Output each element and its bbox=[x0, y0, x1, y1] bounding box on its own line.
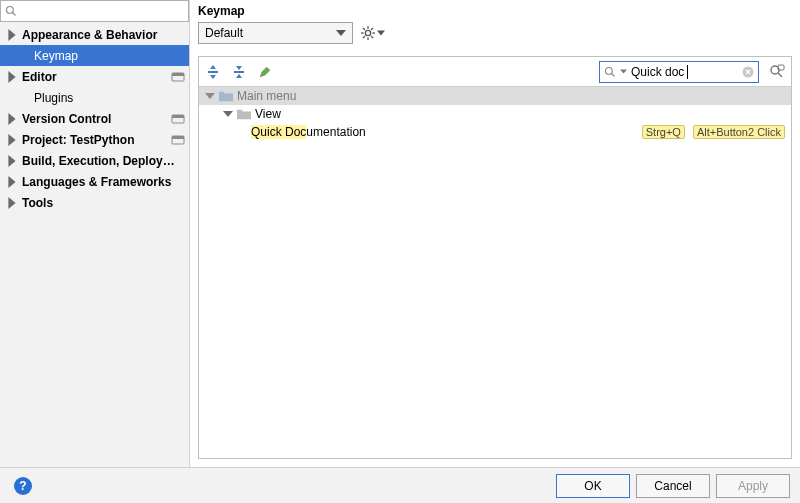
sidebar-item-label: Version Control bbox=[18, 112, 171, 126]
chevron-right-icon bbox=[6, 155, 18, 167]
sidebar-item-languages-frameworks[interactable]: Languages & Frameworks bbox=[0, 171, 189, 192]
keymap-scheme-actions-button[interactable] bbox=[361, 26, 385, 40]
sidebar-item-appearance-behavior[interactable]: Appearance & Behavior bbox=[0, 24, 189, 45]
sidebar-item-version-control[interactable]: Version Control bbox=[0, 108, 189, 129]
chevron-down-icon bbox=[223, 109, 233, 119]
collapse-all-icon bbox=[231, 64, 247, 80]
sidebar-search[interactable] bbox=[0, 0, 189, 22]
keymap-toolbar: Quick doc bbox=[199, 57, 791, 87]
search-icon bbox=[604, 66, 616, 78]
mouse-shortcut: Alt+Button2 Click bbox=[693, 125, 785, 139]
chevron-right-icon bbox=[6, 29, 18, 41]
svg-line-23 bbox=[778, 73, 782, 77]
sidebar-item-label: Keymap bbox=[30, 49, 185, 63]
action-search-value: Quick doc bbox=[631, 65, 684, 79]
sidebar-item-editor[interactable]: Editor bbox=[0, 66, 189, 87]
clear-search-button[interactable] bbox=[742, 66, 754, 78]
chevron-right-icon bbox=[6, 197, 18, 209]
keymap-scheme-combo[interactable]: Default bbox=[198, 22, 353, 44]
tree-node-main-menu[interactable]: Main menu bbox=[199, 87, 791, 105]
edit-shortcut-button[interactable] bbox=[255, 62, 275, 82]
tree-node-label: Main menu bbox=[237, 89, 785, 103]
chevron-down-icon bbox=[377, 29, 385, 37]
sidebar-item-plugins[interactable]: Plugins bbox=[0, 87, 189, 108]
content-pane: Keymap Default bbox=[190, 0, 800, 467]
svg-point-19 bbox=[606, 67, 613, 74]
action-search[interactable]: Quick doc bbox=[599, 61, 759, 83]
chevron-right-icon bbox=[6, 134, 18, 146]
svg-point-0 bbox=[7, 7, 14, 14]
folder-icon bbox=[219, 90, 233, 102]
find-by-shortcut-button[interactable] bbox=[767, 62, 787, 82]
svg-line-1 bbox=[13, 13, 16, 16]
tree-action-quick-documentation[interactable]: Quick Documentation Strg+Q Alt+Button2 C… bbox=[199, 123, 791, 141]
settings-tree: Appearance & Behavior Keymap Editor Plug… bbox=[0, 22, 189, 213]
svg-rect-7 bbox=[172, 136, 184, 139]
collapse-all-button[interactable] bbox=[229, 62, 249, 82]
sidebar-item-label: Build, Execution, Deployment bbox=[18, 154, 185, 168]
sidebar-item-label: Appearance & Behavior bbox=[18, 28, 185, 42]
svg-line-20 bbox=[612, 73, 615, 76]
svg-line-16 bbox=[371, 28, 373, 30]
sidebar-item-label: Editor bbox=[18, 70, 171, 84]
sidebar-item-label: Plugins bbox=[30, 91, 185, 105]
svg-rect-18 bbox=[234, 71, 244, 73]
dialog-button-bar: ? OK Cancel Apply bbox=[0, 467, 800, 503]
chevron-down-icon bbox=[620, 68, 627, 75]
project-badge-icon bbox=[171, 133, 185, 147]
text-caret bbox=[687, 65, 688, 79]
sidebar-item-build-execution-deployment[interactable]: Build, Execution, Deployment bbox=[0, 150, 189, 171]
svg-point-8 bbox=[365, 30, 370, 35]
search-icon bbox=[5, 5, 17, 17]
tree-node-label: View bbox=[255, 107, 785, 121]
find-shortcut-icon bbox=[769, 64, 785, 80]
apply-button: Apply bbox=[716, 474, 790, 498]
svg-line-14 bbox=[371, 36, 373, 38]
chevron-right-icon bbox=[6, 71, 18, 83]
pencil-icon bbox=[258, 65, 272, 79]
ok-button[interactable]: OK bbox=[556, 474, 630, 498]
settings-sidebar: Appearance & Behavior Keymap Editor Plug… bbox=[0, 0, 190, 467]
help-button[interactable]: ? bbox=[14, 477, 32, 495]
gear-icon bbox=[361, 26, 375, 40]
sidebar-item-project[interactable]: Project: TestPython bbox=[0, 129, 189, 150]
keymap-panel: Quick doc Main menu View bbox=[198, 56, 792, 459]
svg-rect-3 bbox=[172, 73, 184, 76]
page-title: Keymap bbox=[198, 0, 792, 22]
svg-rect-17 bbox=[208, 71, 218, 73]
chevron-down-icon bbox=[336, 28, 346, 38]
sidebar-item-label: Tools bbox=[18, 196, 185, 210]
expand-all-icon bbox=[205, 64, 221, 80]
action-tree[interactable]: Main menu View Quick Documentation Strg+… bbox=[199, 87, 791, 458]
sidebar-item-label: Project: TestPython bbox=[18, 133, 171, 147]
chevron-down-icon bbox=[205, 91, 215, 101]
project-badge-icon bbox=[171, 70, 185, 84]
sidebar-item-keymap[interactable]: Keymap bbox=[0, 45, 189, 66]
cancel-button[interactable]: Cancel bbox=[636, 474, 710, 498]
sidebar-item-tools[interactable]: Tools bbox=[0, 192, 189, 213]
folder-icon bbox=[237, 108, 251, 120]
svg-line-13 bbox=[363, 28, 365, 30]
svg-line-15 bbox=[363, 36, 365, 38]
sidebar-item-label: Languages & Frameworks bbox=[18, 175, 185, 189]
project-badge-icon bbox=[171, 112, 185, 126]
keyboard-shortcut: Strg+Q bbox=[642, 125, 685, 139]
sidebar-search-input[interactable] bbox=[17, 3, 184, 19]
keymap-scheme-value: Default bbox=[205, 26, 243, 40]
chevron-right-icon bbox=[6, 113, 18, 125]
tree-action-label: Quick Documentation bbox=[251, 125, 634, 139]
svg-rect-5 bbox=[172, 115, 184, 118]
chevron-right-icon bbox=[6, 176, 18, 188]
tree-node-view[interactable]: View bbox=[199, 105, 791, 123]
expand-all-button[interactable] bbox=[203, 62, 223, 82]
